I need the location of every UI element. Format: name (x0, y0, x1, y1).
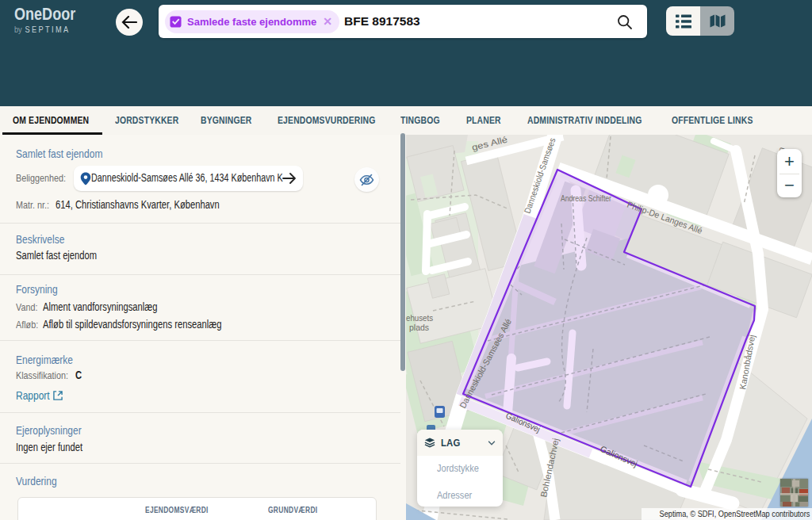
svg-text:ehusets: ehusets (406, 313, 433, 323)
svg-text:plads: plads (409, 323, 429, 332)
svg-text:Andreas Schifter: Andreas Schifter (561, 193, 611, 203)
